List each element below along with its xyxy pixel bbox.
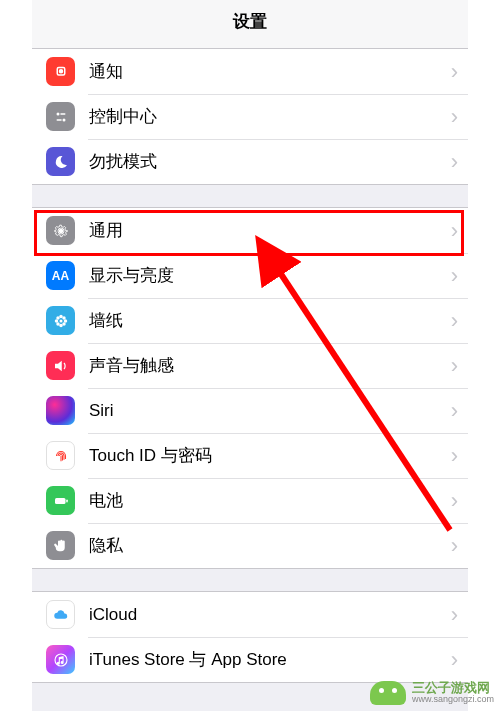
row-label: 控制中心 xyxy=(89,105,451,128)
chevron-right-icon: › xyxy=(451,604,458,626)
row-label: 隐私 xyxy=(89,534,451,557)
row-label: 通用 xyxy=(89,219,451,242)
row-label: Touch ID 与密码 xyxy=(89,444,451,467)
svg-point-4 xyxy=(62,118,65,121)
sliders-icon xyxy=(46,102,75,131)
svg-point-7 xyxy=(59,319,62,322)
fingerprint-icon xyxy=(46,441,75,470)
svg-rect-5 xyxy=(56,119,61,121)
chevron-right-icon: › xyxy=(451,310,458,332)
settings-group-3: iCloud › iTunes Store 与 App Store › xyxy=(32,591,468,683)
siri-icon xyxy=(46,396,75,425)
row-label: iTunes Store 与 App Store xyxy=(89,648,451,671)
row-icloud[interactable]: iCloud › xyxy=(32,592,468,637)
flower-icon xyxy=(46,306,75,335)
row-battery[interactable]: 电池 › xyxy=(32,478,468,523)
row-label: Siri xyxy=(89,401,451,421)
svg-point-12 xyxy=(56,316,59,319)
row-general[interactable]: 通用 › xyxy=(32,208,468,253)
row-wallpaper[interactable]: 墙纸 › xyxy=(32,298,468,343)
row-sounds[interactable]: 声音与触感 › xyxy=(32,343,468,388)
text-size-icon: AA xyxy=(46,261,75,290)
settings-group-1: 通知 › 控制中心 › 勿扰模式 › xyxy=(32,49,468,185)
row-notifications[interactable]: 通知 › xyxy=(32,49,468,94)
svg-point-14 xyxy=(56,322,59,325)
svg-rect-3 xyxy=(60,113,65,115)
svg-point-1 xyxy=(59,69,62,72)
svg-rect-17 xyxy=(66,499,68,502)
svg-point-9 xyxy=(59,323,62,326)
chevron-right-icon: › xyxy=(451,649,458,671)
settings-group-2: 通用 › AA 显示与亮度 › 墙纸 › 声音与触感 › Siri › xyxy=(32,207,468,569)
row-label: 勿扰模式 xyxy=(89,150,451,173)
row-touchid[interactable]: Touch ID 与密码 › xyxy=(32,433,468,478)
watermark-url: www.sangongzi.com xyxy=(412,695,494,704)
svg-point-10 xyxy=(54,319,57,322)
chevron-right-icon: › xyxy=(451,400,458,422)
row-itunes[interactable]: iTunes Store 与 App Store › xyxy=(32,637,468,682)
svg-rect-16 xyxy=(55,498,66,504)
gear-icon xyxy=(46,216,75,245)
itunes-icon xyxy=(46,645,75,674)
chevron-right-icon: › xyxy=(451,355,458,377)
page-title: 设置 xyxy=(233,12,267,31)
chevron-right-icon: › xyxy=(451,265,458,287)
svg-point-15 xyxy=(62,322,65,325)
row-display[interactable]: AA 显示与亮度 › xyxy=(32,253,468,298)
row-label: 墙纸 xyxy=(89,309,451,332)
watermark-logo-icon xyxy=(370,681,406,705)
chevron-right-icon: › xyxy=(451,106,458,128)
svg-point-6 xyxy=(58,228,63,233)
navbar: 设置 xyxy=(32,8,468,49)
row-privacy[interactable]: 隐私 › xyxy=(32,523,468,568)
svg-point-13 xyxy=(62,316,65,319)
row-dnd[interactable]: 勿扰模式 › xyxy=(32,139,468,184)
chevron-right-icon: › xyxy=(451,61,458,83)
row-label: 显示与亮度 xyxy=(89,264,451,287)
watermark: 三公子游戏网 www.sangongzi.com xyxy=(370,681,494,705)
chevron-right-icon: › xyxy=(451,220,458,242)
chevron-right-icon: › xyxy=(451,490,458,512)
chevron-right-icon: › xyxy=(451,445,458,467)
svg-point-8 xyxy=(59,314,62,317)
hand-icon xyxy=(46,531,75,560)
watermark-name: 三公子游戏网 xyxy=(412,681,494,695)
row-siri[interactable]: Siri › xyxy=(32,388,468,433)
row-label: iCloud xyxy=(89,605,451,625)
row-control-center[interactable]: 控制中心 › xyxy=(32,94,468,139)
svg-point-11 xyxy=(63,319,66,322)
cloud-icon xyxy=(46,600,75,629)
settings-screen: 设置 通知 › 控制中心 › 勿扰模式 › xyxy=(32,0,468,711)
chevron-right-icon: › xyxy=(451,151,458,173)
speaker-icon xyxy=(46,351,75,380)
row-label: 电池 xyxy=(89,489,451,512)
svg-point-2 xyxy=(56,112,59,115)
row-label: 通知 xyxy=(89,60,451,83)
bell-icon xyxy=(46,57,75,86)
moon-icon xyxy=(46,147,75,176)
status-bar xyxy=(32,0,468,8)
row-label: 声音与触感 xyxy=(89,354,451,377)
svg-point-18 xyxy=(55,654,67,666)
chevron-right-icon: › xyxy=(451,535,458,557)
battery-icon xyxy=(46,486,75,515)
